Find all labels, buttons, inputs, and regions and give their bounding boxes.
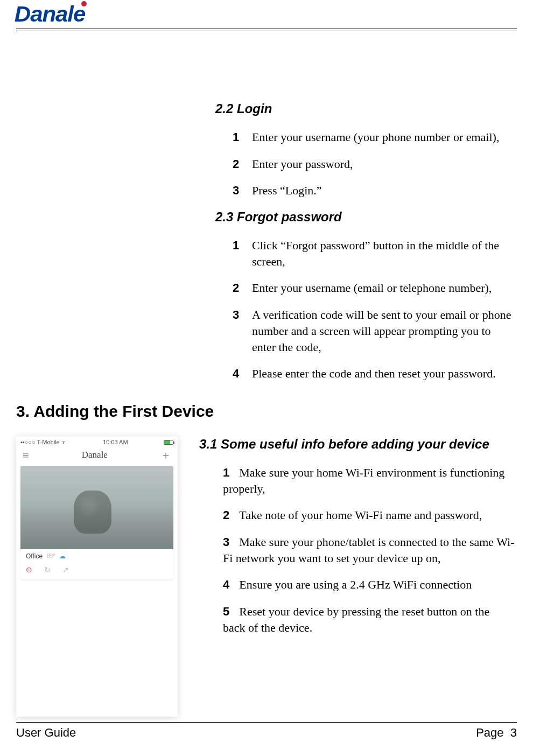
list-item: 2Enter your password, (233, 156, 515, 172)
history-icon[interactable]: ↻ (44, 565, 51, 574)
device-thumbnail (20, 466, 173, 549)
list-2-3: 1Click “Forgot password” button in the m… (215, 237, 517, 382)
device-label: Office (26, 552, 43, 560)
device-actions: ⊙ ↻ ↗ (20, 563, 173, 579)
list-item: 4Ensure you are using a 2.4 GHz WiFi con… (223, 577, 515, 593)
wifi-icon: ᯤ (61, 439, 67, 445)
list-item: 1Make sure your home Wi-Fi environment i… (223, 465, 515, 496)
heading-2-2: 2.2 Login (215, 101, 517, 116)
list-3-1: 1Make sure your home Wi-Fi environment i… (199, 465, 517, 636)
add-icon[interactable]: ＋ (160, 450, 171, 460)
footer-right: Page 3 (476, 726, 517, 740)
carrier-text: ••○○○ T-Mobile (20, 439, 60, 445)
hamburger-icon[interactable]: ≡ (23, 450, 29, 460)
device-card[interactable]: Office 89° ☁ ⊙ ↻ ↗ (20, 466, 173, 579)
list-2-2: 1Enter your username (your phone number … (215, 129, 517, 199)
brand-header: Danale (16, 0, 517, 26)
brand-logo-text: Danale (15, 2, 85, 26)
app-title: Danale (82, 450, 108, 460)
share-icon[interactable]: ↗ (62, 565, 69, 574)
app-screenshot: ••○○○ T-Mobile ᯤ 10:03 AM ≡ Danale ＋ Off… (16, 437, 178, 717)
battery-icon (164, 440, 173, 445)
list-item: 4Please enter the code and then reset yo… (233, 366, 515, 382)
clock-text: 10:03 AM (103, 439, 128, 445)
page-footer: User Guide Page 3 (16, 722, 517, 740)
heading-2-3: 2.3 Forgot password (215, 209, 517, 225)
message-icon[interactable]: ⊙ (26, 565, 32, 574)
status-bar: ••○○○ T-Mobile ᯤ 10:03 AM (16, 437, 178, 445)
list-item: 5Reset your device by pressing the reset… (223, 604, 515, 635)
heading-3-1: 3.1 Some useful info before adding your … (199, 437, 517, 452)
list-item: 3Press “Login.” (233, 183, 515, 199)
list-item: 3A verification code will be sent to you… (233, 307, 515, 355)
list-item: 1Click “Forgot password” button in the m… (233, 237, 515, 269)
app-navbar: ≡ Danale ＋ (16, 445, 178, 466)
device-meta: Office 89° ☁ (20, 549, 173, 563)
heading-3: 3. Adding the First Device (16, 402, 517, 421)
list-item: 2Enter your username (email or telephone… (233, 280, 515, 296)
device-badge: 89° (47, 553, 55, 559)
footer-left: User Guide (16, 726, 76, 740)
list-item: 3Make sure your phone/tablet is connecte… (223, 534, 515, 566)
list-item: 2Take note of your home Wi-Fi name and p… (223, 507, 515, 523)
cloud-icon: ☁ (59, 552, 66, 560)
list-item: 1Enter your username (your phone number … (233, 129, 515, 145)
